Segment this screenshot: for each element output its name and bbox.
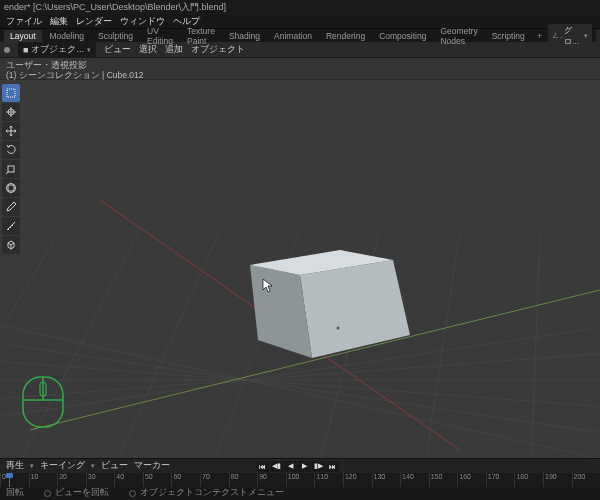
chevron-down-icon: ▾ xyxy=(584,32,588,40)
workspace-tabs: Layout Modeling Sculpting UV Editing Tex… xyxy=(0,28,600,42)
status-hint-context: オブジェクトコンテクストメニュー xyxy=(129,487,284,499)
tick: 160 xyxy=(457,473,486,487)
titlebar: ender* [C:\Users\PC_User\Desktop\Blender… xyxy=(0,0,600,15)
window-title: ender* [C:\Users\PC_User\Desktop\Blender… xyxy=(4,1,226,14)
tab-scripting[interactable]: Scripting xyxy=(486,30,531,42)
menu-object[interactable]: オブジェクト xyxy=(191,43,245,56)
tick: 30 xyxy=(86,473,115,487)
timeline-keying-menu[interactable]: キーイング xyxy=(40,460,85,472)
menu-render[interactable]: レンダー xyxy=(76,15,112,28)
viewport-3d[interactable] xyxy=(0,80,600,458)
viewport-canvas[interactable] xyxy=(0,80,600,458)
tick: 190 xyxy=(543,473,572,487)
viewport-projection: ユーザー・透視投影 xyxy=(6,60,594,70)
tick: 80 xyxy=(229,473,258,487)
timeline-view-menu[interactable]: ビュー xyxy=(101,460,128,472)
orientation-dropdown[interactable]: ㄥ. グロ... ▾ xyxy=(548,24,592,48)
svg-line-18 xyxy=(100,230,220,458)
tool-move[interactable] xyxy=(2,122,20,140)
tool-annotate[interactable] xyxy=(2,198,20,216)
mode-label: オブジェク... xyxy=(31,43,84,56)
tick: 200 xyxy=(572,473,600,487)
tick: 0 xyxy=(0,473,29,487)
main-menu: ファイル 編集 レンダー ウィンドウ ヘルプ xyxy=(0,15,600,28)
viewport-object: (1) シーンコレクション | Cube.012 xyxy=(6,70,594,80)
menu-view[interactable]: ビュー xyxy=(104,43,131,56)
transport-controls: ⏮ ◀▮ ◀ ▶ ▮▶ ⏭ xyxy=(256,461,339,472)
tick: 130 xyxy=(372,473,401,487)
tick: 60 xyxy=(171,473,200,487)
viewport-header: ■ オブジェク... ▾ ビュー 選択 追加 オブジェクト xyxy=(0,42,600,58)
tab-layout[interactable]: Layout xyxy=(4,30,42,42)
cube-object[interactable] xyxy=(250,250,410,358)
mouse-icon xyxy=(44,490,51,497)
tick: 100 xyxy=(286,473,315,487)
playhead[interactable] xyxy=(9,473,10,487)
svg-rect-8 xyxy=(8,185,14,191)
menu-edit[interactable]: 編集 xyxy=(50,15,68,28)
mode-dropdown[interactable]: ■ オブジェク... ▾ xyxy=(18,42,96,57)
tab-compositing[interactable]: Compositing xyxy=(373,30,432,42)
tool-select-box[interactable] xyxy=(2,84,20,102)
svg-line-22 xyxy=(530,230,540,458)
tab-animation[interactable]: Animation xyxy=(268,30,318,42)
jump-first-button[interactable]: ⏮ xyxy=(256,461,269,472)
tick: 180 xyxy=(514,473,543,487)
tick: 20 xyxy=(57,473,86,487)
tab-shading[interactable]: Shading xyxy=(223,30,266,42)
svg-line-21 xyxy=(420,230,460,458)
status-rotate-label: 回転 xyxy=(6,487,24,499)
statusbar: 回転 ビューを回転 オブジェクトコンテクストメニュー xyxy=(0,486,600,500)
toolbar xyxy=(2,84,20,254)
tool-transform[interactable] xyxy=(2,179,20,197)
tick: 120 xyxy=(343,473,372,487)
svg-marker-24 xyxy=(300,260,410,358)
tick: 170 xyxy=(486,473,515,487)
chevron-down-icon: ▾ xyxy=(87,46,91,54)
play-reverse-button[interactable]: ◀ xyxy=(284,461,297,472)
orientation-label: グロ... xyxy=(564,25,582,47)
mouse-cursor-icon xyxy=(262,278,274,296)
tool-add-cube[interactable] xyxy=(2,236,20,254)
tab-add[interactable]: + xyxy=(533,31,546,41)
tool-rotate[interactable] xyxy=(2,141,20,159)
tab-sculpting[interactable]: Sculpting xyxy=(92,30,139,42)
orientation-icon: ㄥ. xyxy=(552,30,562,41)
svg-line-11 xyxy=(0,358,600,410)
tab-rendering[interactable]: Rendering xyxy=(320,30,371,42)
tool-cursor[interactable] xyxy=(2,103,20,121)
menu-file[interactable]: ファイル xyxy=(6,15,42,28)
timeline-marker-menu[interactable]: マーカー xyxy=(134,460,170,472)
tick: 110 xyxy=(314,473,343,487)
play-button[interactable]: ▶ xyxy=(298,461,311,472)
tick: 10 xyxy=(29,473,58,487)
timeline: 再生▾ キーイング▾ ビュー マーカー ⏮ ◀▮ ◀ ▶ ▮▶ ⏭ 0 10 2… xyxy=(0,458,600,486)
menu-add[interactable]: 追加 xyxy=(165,43,183,56)
svg-line-14 xyxy=(0,350,600,402)
viewport-info: ユーザー・透視投影 (1) シーンコレクション | Cube.012 xyxy=(0,58,600,80)
tick: 140 xyxy=(400,473,429,487)
mouse-icon xyxy=(129,490,136,497)
tick: 70 xyxy=(200,473,229,487)
mode-icon: ■ xyxy=(23,45,28,55)
menu-select[interactable]: 選択 xyxy=(139,43,157,56)
timeline-ruler[interactable]: 0 10 20 30 40 50 60 70 80 90 100 110 120… xyxy=(0,473,600,487)
tick: 50 xyxy=(143,473,172,487)
status-rotate: 回転 xyxy=(6,487,24,499)
next-keyframe-button[interactable]: ▮▶ xyxy=(312,461,325,472)
pivot-dropdown[interactable]: ひ ▾ xyxy=(596,29,600,42)
tick: 150 xyxy=(429,473,458,487)
status-hint-rotate: ビューを回転 xyxy=(44,487,109,499)
mouse-hint-icon xyxy=(20,374,66,438)
timeline-play-menu[interactable]: 再生 xyxy=(6,460,24,472)
tool-measure[interactable] xyxy=(2,217,20,235)
jump-last-button[interactable]: ⏭ xyxy=(326,461,339,472)
tool-scale[interactable] xyxy=(2,160,20,178)
svg-point-27 xyxy=(337,327,340,330)
svg-rect-2 xyxy=(7,89,15,97)
tick: 90 xyxy=(257,473,286,487)
editor-type-icon[interactable] xyxy=(4,47,10,53)
tab-modeling[interactable]: Modeling xyxy=(44,30,91,42)
tab-geometry-nodes[interactable]: Geometry Nodes xyxy=(434,25,483,47)
prev-keyframe-button[interactable]: ◀▮ xyxy=(270,461,283,472)
